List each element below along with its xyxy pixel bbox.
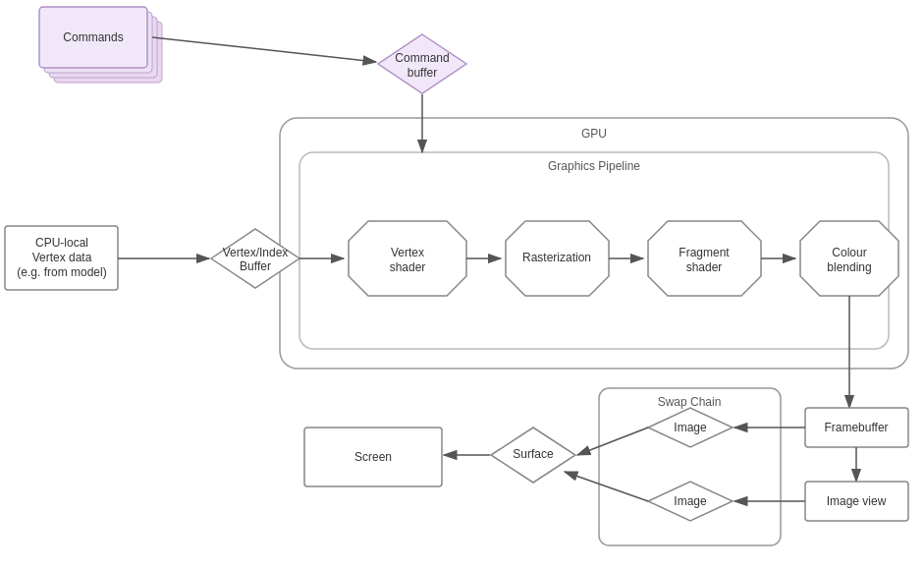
arrow-commands-to-buffer [152,37,376,62]
colour-blending-label2: blending [827,260,871,274]
arrow-image1-to-surface [577,428,648,455]
image1-label: Image [674,421,707,434]
graphics-pipeline-label: Graphics Pipeline [548,159,640,173]
colour-blending-label1: Colour [832,246,866,259]
arrow-image2-to-surface [565,472,648,501]
cpu-local-label2: Vertex data [32,251,92,264]
gpu-label: GPU [581,127,607,141]
image2-label: Image [674,494,707,508]
vertex-index-label2: Buffer [240,259,271,273]
screen-label: Screen [354,450,392,464]
cpu-local-label1: CPU-local [35,236,88,250]
command-buffer-label: Command [395,51,449,65]
image-view-label: Image view [827,494,887,508]
swap-chain-label: Swap Chain [658,395,722,409]
vertex-shader-label2: shader [390,260,426,274]
cpu-local-label3: (e.g. from model) [17,265,106,279]
surface-label: Surface [513,447,554,461]
vertex-shader-label1: Vertex [391,246,424,259]
fragment-shader-label1: Fragment [679,246,730,259]
commands-label: Commands [63,30,123,44]
rasterization-label: Rasterization [522,251,591,264]
vertex-index-label1: Vertex/Index [223,246,289,259]
framebuffer-label: Framebuffer [824,421,888,434]
command-buffer-label2: buffer [408,66,437,80]
fragment-shader-label2: shader [686,260,723,274]
